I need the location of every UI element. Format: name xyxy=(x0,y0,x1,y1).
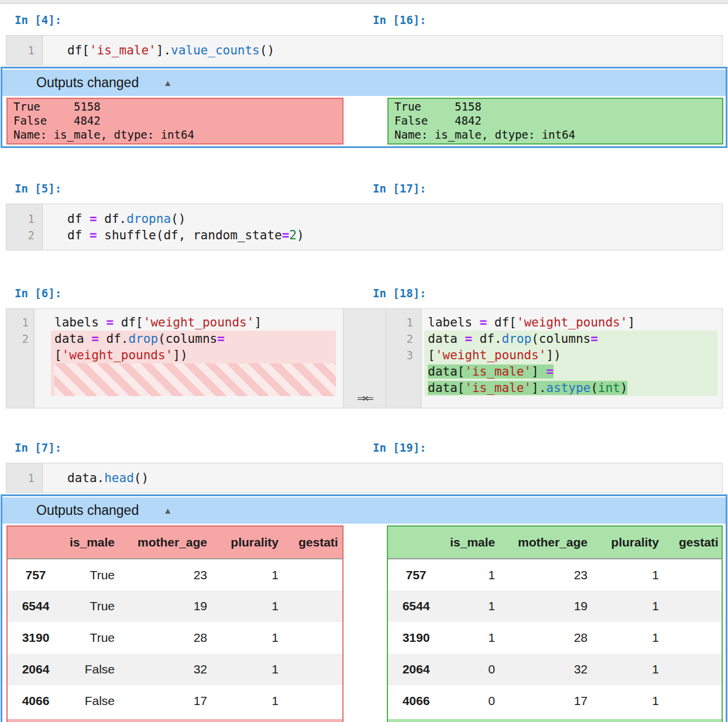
column-header xyxy=(388,527,444,559)
line-numbers: 12 xyxy=(6,309,35,408)
table-continuation xyxy=(388,719,722,722)
table-row: 20640321 xyxy=(388,654,722,685)
cell-value xyxy=(291,622,342,654)
cell-value: 17 xyxy=(508,685,600,717)
code-content: df['is_male'].value_counts() xyxy=(43,36,722,65)
table-row: 3190True281 xyxy=(8,622,342,654)
row-index: 2064 xyxy=(388,654,444,685)
outputs-changed-label: Outputs changed xyxy=(36,75,139,91)
table-row: 6544True191 xyxy=(8,590,342,622)
cell-value xyxy=(672,559,722,590)
code-content: df = df.dropna()df = shuffle(df, random_… xyxy=(43,204,722,250)
cell-value: 0 xyxy=(444,654,508,685)
input-prompt-after: In [18]: xyxy=(373,286,427,301)
cell-value: 1 xyxy=(220,590,291,622)
dataframe-after: is_malemother_agepluralitygestati 757123… xyxy=(387,525,723,722)
input-prompt-before: In [7]: xyxy=(15,440,61,455)
cell-value: 1 xyxy=(444,622,508,654)
prompt-row: In [5]: In [17]: xyxy=(0,181,728,196)
cell-value: 32 xyxy=(508,654,600,685)
collapse-columns-icon[interactable]: ⇒⇐ xyxy=(357,391,372,404)
cell-value: 1 xyxy=(444,590,508,622)
cell-value: 1 xyxy=(600,654,672,685)
cell-value: True xyxy=(63,622,128,654)
diff-section-3: In [6]: In [18]: 12 labels = df['weight_… xyxy=(0,286,728,408)
previous-cell-edge xyxy=(0,0,728,4)
code-cell-shared: 1 df['is_male'].value_counts() xyxy=(6,35,723,66)
table-row: 757True231 xyxy=(8,559,342,590)
table-continuation xyxy=(8,719,342,722)
cell-value xyxy=(291,590,342,622)
cell-value: 1 xyxy=(220,622,291,654)
cell-value xyxy=(672,622,722,654)
cell-value: 28 xyxy=(508,622,600,654)
cell-value: False xyxy=(63,654,128,685)
table-row: 4066False171 xyxy=(8,685,342,717)
input-prompt-before: In [5]: xyxy=(15,181,61,196)
column-header: plurality xyxy=(220,527,291,559)
collapse-triangle-icon[interactable]: ▲ xyxy=(163,78,172,88)
column-header: is_male xyxy=(444,527,508,559)
cell-value xyxy=(291,654,342,685)
prompt-row: In [4]: In [16]: xyxy=(0,12,728,27)
column-header xyxy=(8,527,63,559)
cell-value: True xyxy=(63,590,128,622)
table-row: 31901281 xyxy=(388,622,722,654)
code-cell-before: 12 labels = df['weight_pounds']data = df… xyxy=(6,308,344,408)
output-before: True 5158 False 4842 Name: is_male, dtyp… xyxy=(6,98,344,145)
dataframe-before: is_malemother_agepluralitygestati 757Tru… xyxy=(6,525,344,722)
row-index: 6544 xyxy=(8,590,63,622)
table-row: 2064False321 xyxy=(8,654,342,685)
cell-value: 1 xyxy=(220,559,291,590)
cell-value: 1 xyxy=(600,590,672,622)
row-index: 757 xyxy=(388,559,444,590)
cell-value: 1 xyxy=(444,559,508,590)
prompt-row: In [7]: In [19]: xyxy=(0,440,728,455)
cell-value: 0 xyxy=(444,685,508,717)
outputs-changed-header[interactable]: Outputs changed ▲ xyxy=(2,497,726,524)
cell-value: 1 xyxy=(600,622,672,654)
table-row: 7571231 xyxy=(388,559,722,590)
row-index: 4066 xyxy=(388,685,444,717)
column-header: gestati xyxy=(672,527,722,559)
code-content: labels = df['weight_pounds']data = df.dr… xyxy=(421,309,722,408)
line-numbers: 12 xyxy=(6,204,43,250)
code-cell-after: 123 labels = df['weight_pounds']data = d… xyxy=(386,308,723,408)
table-row: 65441191 xyxy=(388,590,722,622)
line-numbers: 123 xyxy=(386,309,421,408)
cell-value: 23 xyxy=(508,559,600,590)
column-header: plurality xyxy=(600,527,672,559)
cell-value: True xyxy=(63,559,128,590)
input-prompt-after: In [16]: xyxy=(373,12,427,27)
cell-value: 32 xyxy=(128,654,220,685)
outputs-changed-panel: Outputs changed ▲ is_malemother_ageplura… xyxy=(1,494,727,722)
output-after: True 5158 False 4842 Name: is_male, dtyp… xyxy=(387,98,723,145)
input-prompt-after: In [19]: xyxy=(373,440,427,455)
code-diff-row: 12 labels = df['weight_pounds']data = df… xyxy=(6,308,723,408)
line-numbers: 1 xyxy=(6,463,43,493)
row-index: 757 xyxy=(8,559,63,590)
cell-value: 28 xyxy=(128,622,220,654)
collapse-triangle-icon[interactable]: ▲ xyxy=(163,506,172,515)
diff-section-4: In [7]: In [19]: 1 data.head() Outputs c… xyxy=(0,440,728,722)
cell-value xyxy=(672,685,722,717)
outputs-compare-row: True 5158 False 4842 Name: is_male, dtyp… xyxy=(2,96,726,146)
row-index: 6544 xyxy=(388,590,444,622)
code-content: labels = df['weight_pounds']data = df.dr… xyxy=(35,309,343,408)
cell-value: 19 xyxy=(508,590,600,622)
outputs-changed-header[interactable]: Outputs changed ▲ xyxy=(2,70,726,96)
code-cell-shared: 1 data.head() xyxy=(6,463,723,493)
row-index: 2064 xyxy=(8,654,63,685)
column-header: is_male xyxy=(63,527,128,559)
table-header-row: is_malemother_agepluralitygestati xyxy=(388,527,722,559)
line-numbers: 1 xyxy=(6,36,43,65)
prompt-row: In [6]: In [18]: xyxy=(0,286,728,301)
cell-value: 19 xyxy=(128,590,220,622)
code-cell-shared: 12 df = df.dropna()df = shuffle(df, rand… xyxy=(6,204,723,250)
cell-value: 1 xyxy=(220,654,291,685)
column-header: gestati xyxy=(291,527,342,559)
diff-section-2: In [5]: In [17]: 12 df = df.dropna()df =… xyxy=(0,181,728,250)
column-header: mother_age xyxy=(508,527,600,559)
code-content: data.head() xyxy=(43,463,722,493)
dataframe-table: is_malemother_agepluralitygestati 757123… xyxy=(388,527,722,717)
